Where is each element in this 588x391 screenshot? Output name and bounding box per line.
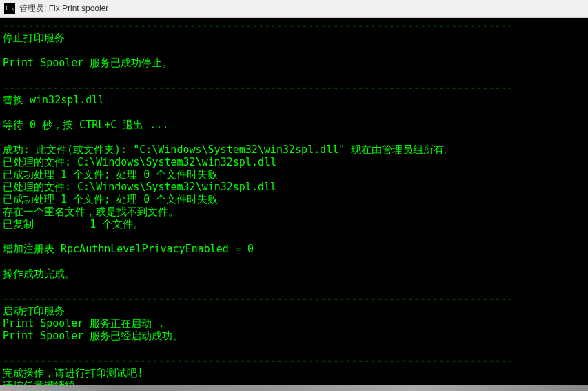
section-divider: ----------------------------------------… bbox=[3, 354, 514, 367]
output-line: 已处理的文件: C:\Windows\System32\win32spl.dll bbox=[3, 181, 276, 193]
output-line: 替换 win32spl.dll bbox=[3, 94, 104, 106]
cmd-icon: C:\ bbox=[4, 3, 15, 14]
terminal-output[interactable]: ----------------------------------------… bbox=[0, 18, 588, 385]
section-divider: ----------------------------------------… bbox=[3, 19, 514, 32]
console-window: C:\ 管理员: Fix Print spooler -------------… bbox=[0, 0, 588, 391]
output-line: Print Spooler 服务正在启动 . bbox=[3, 317, 165, 330]
section-divider: ----------------------------------------… bbox=[3, 292, 514, 305]
output-line: 等待 0 秒，按 CTRL+C 退出 ... bbox=[3, 119, 168, 131]
output-line: 操作成功完成。 bbox=[3, 268, 75, 280]
window-title: 管理员: Fix Print spooler bbox=[19, 3, 108, 14]
output-line: 已处理的文件: C:\Windows\System32\win32spl.dll bbox=[3, 156, 276, 168]
output-line: 成功: 此文件(或文件夹): "C:\Windows\System32\win3… bbox=[3, 143, 454, 156]
output-line: 启动打印服务 bbox=[3, 305, 65, 317]
output-line: Print Spooler 服务已经启动成功。 bbox=[3, 330, 183, 342]
output-line: 停止打印服务 bbox=[3, 32, 65, 44]
titlebar[interactable]: C:\ 管理员: Fix Print spooler bbox=[0, 0, 588, 18]
output-line: 存在一个重名文件，或是找不到文件。 bbox=[3, 205, 179, 218]
output-line: 请按任意键继续. . . bbox=[3, 379, 106, 385]
output-line: 已成功处理 1 个文件; 处理 0 个文件时失败 bbox=[3, 193, 218, 205]
section-divider: ----------------------------------------… bbox=[3, 81, 514, 94]
output-line: 已成功处理 1 个文件; 处理 0 个文件时失败 bbox=[3, 168, 218, 181]
output-line: 增加注册表 RpcAuthnLevelPrivacyEnabled = 0 bbox=[3, 243, 254, 255]
window-border-bottom bbox=[0, 385, 588, 391]
output-line: Print Spooler 服务已成功停止。 bbox=[3, 57, 172, 69]
output-line: 完成操作，请进行打印测试吧! bbox=[3, 367, 143, 379]
output-line: 已复制 1 个文件。 bbox=[3, 218, 143, 230]
